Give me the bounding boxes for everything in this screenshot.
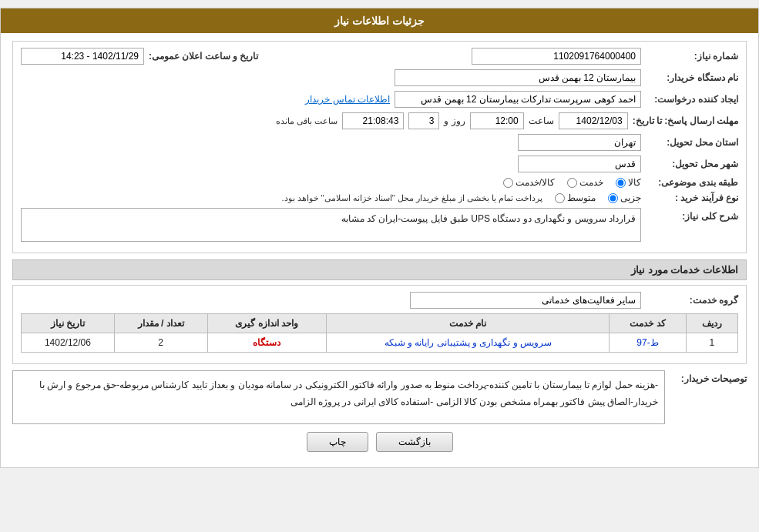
process-note: پرداخت تمام یا بخشی از مبلغ خریدار محل "… — [281, 193, 542, 203]
need-number-input — [472, 48, 641, 65]
response-day-label: روز و — [444, 115, 465, 126]
announce-date-input — [21, 48, 144, 65]
process-motavasset-item[interactable]: متوسط — [555, 192, 596, 203]
cell-code: ط-97 — [610, 333, 686, 353]
category-khedmat-radio[interactable] — [567, 178, 577, 188]
response-remaining-input — [342, 112, 404, 129]
category-kala-khedmat-item[interactable]: کالا/خدمت — [503, 177, 555, 188]
process-label: نوع فرآیند خرید : — [646, 192, 738, 203]
process-jezee-radio[interactable] — [608, 193, 618, 203]
response-deadline-label: مهلت ارسال پاسخ: تا تاریخ: — [633, 115, 738, 126]
buyer-org-input — [395, 69, 641, 86]
col-header-code: کد خدمت — [610, 314, 686, 333]
action-buttons: بازگشت چاپ — [12, 432, 747, 452]
buyer-org-label: نام دستگاه خریدار: — [646, 72, 738, 83]
need-number-label: شماره نیاز: — [646, 51, 738, 62]
process-jezee-label: جزیی — [620, 192, 641, 203]
category-khedmat-item[interactable]: خدمت — [567, 177, 603, 188]
buyer-notes-text: -هزینه حمل لوازم تا بیمارستان با تامین ک… — [39, 380, 658, 407]
cell-date: 1402/12/06 — [22, 333, 115, 353]
cell-row: 1 — [686, 333, 737, 353]
creator-label: ایجاد کننده درخواست: — [646, 94, 738, 105]
category-radio-group: کالا/خدمت خدمت کالا — [503, 177, 641, 188]
process-jezee-item[interactable]: جزیی — [608, 192, 641, 203]
page-header: جزئیات اطلاعات نیاز — [1, 8, 758, 33]
remaining-label: ساعت باقی مانده — [276, 116, 338, 126]
province-label: استان محل تحویل: — [646, 137, 738, 148]
cell-unit: دستگاه — [207, 333, 327, 353]
table-row: 1 ط-97 سرویس و نگهداری و پشتیبانی رایانه… — [22, 333, 738, 353]
province-input — [518, 134, 641, 151]
need-desc-label: شرح کلی نیاز: — [646, 208, 738, 222]
col-header-row: ردیف — [686, 314, 737, 333]
city-input — [518, 156, 641, 172]
process-motavasset-radio[interactable] — [555, 193, 565, 203]
category-kala-khedmat-radio[interactable] — [503, 178, 513, 188]
back-button[interactable]: بازگشت — [376, 432, 453, 452]
response-time-input — [470, 112, 524, 129]
col-header-name: نام خدمت — [327, 314, 610, 333]
col-header-qty: تعداد / مقدار — [114, 314, 207, 333]
announce-date-label: تاریخ و ساعت اعلان عمومی: — [149, 51, 258, 62]
buyer-notes-label: توصیحات خریدار: — [670, 370, 747, 384]
services-section-title: اطلاعات خدمات مورد نیاز — [12, 259, 747, 280]
services-table: ردیف کد خدمت نام خدمت واحد اندازه گیری ت… — [21, 313, 738, 353]
process-motavasset-label: متوسط — [567, 192, 596, 203]
need-desc-text: قرارداد سرویس و نگهداری دو دستگاه UPS طب… — [341, 213, 636, 224]
creator-input — [395, 91, 641, 108]
need-desc-box: قرارداد سرویس و نگهداری دو دستگاه UPS طب… — [21, 208, 641, 242]
cell-name: سرویس و نگهداری و پشتیبانی رایانه و شبکه — [327, 333, 610, 353]
cell-qty: 2 — [114, 333, 207, 353]
response-time-label: ساعت — [529, 115, 554, 126]
response-date-input — [559, 112, 628, 129]
response-days-input — [408, 112, 439, 129]
category-label: طبقه بندی موضوعی: — [646, 177, 738, 188]
category-kala-label: کالا — [628, 177, 641, 188]
category-khedmat-label: خدمت — [579, 177, 603, 188]
col-header-date: تاریخ نیاز — [22, 314, 115, 333]
page-title: جزئیات اطلاعات نیاز — [334, 15, 425, 27]
service-group-input — [410, 292, 641, 309]
process-radio-group: متوسط جزیی — [555, 192, 641, 203]
category-kala-khedmat-label: کالا/خدمت — [516, 177, 555, 188]
print-button[interactable]: چاپ — [307, 432, 368, 452]
service-group-label: گروه خدمت: — [646, 295, 738, 306]
buyer-notes-box: -هزینه حمل لوازم تا بیمارستان با تامین ک… — [12, 370, 665, 424]
col-header-unit: واحد اندازه گیری — [207, 314, 327, 333]
creator-contact-link[interactable]: اطلاعات تماس خریدار — [305, 94, 390, 105]
category-kala-item[interactable]: کالا — [616, 177, 641, 188]
category-kala-radio[interactable] — [616, 178, 626, 188]
city-label: شهر محل تحویل: — [646, 159, 738, 169]
